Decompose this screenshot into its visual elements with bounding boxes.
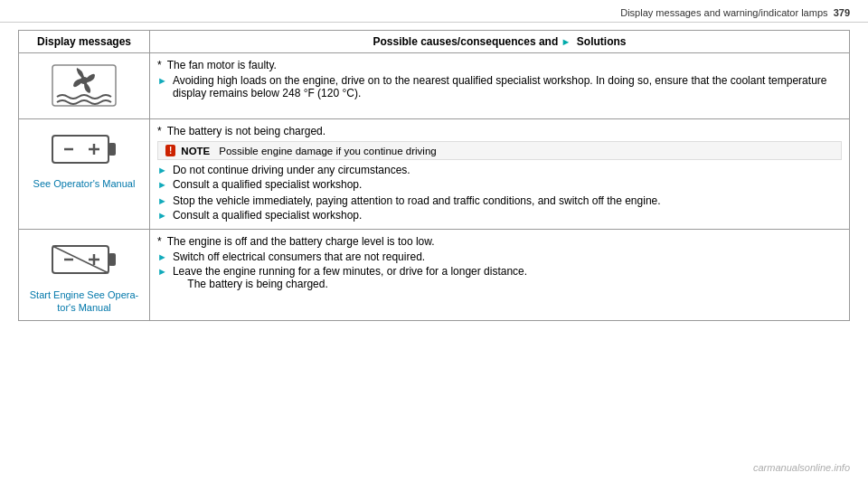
content-item: * The fan motor is faulty. [157,59,842,71]
watermark: carmanualsonline.info [753,462,850,473]
table-row: Start Engine See Opera-tor's Manual * Th… [19,230,850,321]
arrow-bullet: ► [157,165,167,175]
content-item: ► Do not continue driving under any circ… [157,164,842,176]
start-engine-link[interactable]: Start Engine See Opera-tor's Manual [24,288,144,315]
item-text: The engine is off and the battery charge… [167,235,435,248]
icon-cell-battery: See Operator's Manual [19,119,150,230]
item-text: The fan motor is faulty. [167,59,277,71]
svg-line-12 [52,246,108,273]
icon-cell-fan [19,53,150,119]
page-number: 379 [834,7,850,18]
svg-rect-8 [108,253,116,266]
header-arrow-icon: ► [561,36,571,47]
fan-warning-icon [48,61,120,110]
table-header-row: Display messages Possible causes/consequ… [19,31,850,53]
col-header-solutions: Possible causes/consequences and ► Solut… [150,31,850,53]
svg-rect-3 [108,143,116,156]
table-row: See Operator's Manual * The battery is n… [19,119,850,230]
note-icon: ! [165,145,175,156]
svg-rect-2 [52,136,108,163]
content-cell-battery: * The battery is not being charged. ! NO… [150,119,850,230]
battery-low-icon [48,237,120,282]
note-box: ! NOTE Possible engine damage if you con… [157,141,842,160]
item-text: Consult a qualified specialist workshop. [173,209,362,222]
content-item: ► Consult a qualified specialist worksho… [157,178,842,191]
arrow-bullet: ► [157,75,167,86]
page-header: Display messages and warning/indicator l… [0,0,868,23]
content-item: ► Stop the vehicle immediately, paying a… [157,194,842,207]
content-item: ► Switch off electrical consumers that a… [157,250,842,263]
table-row: * The fan motor is faulty. ► Avoiding hi… [19,53,850,119]
arrow-bullet: ► [157,179,167,190]
content-item: ► Consult a qualified specialist worksho… [157,209,842,222]
note-text: Possible engine damage if you continue d… [219,146,436,156]
arrow-bullet: ► [157,210,167,221]
star-bullet: * [157,235,162,248]
item-text: Leave the engine running for a few minut… [173,265,527,290]
star-bullet: * [157,59,162,71]
star-bullet: * [157,125,162,137]
content-item: ► Leave the engine running for a few min… [157,265,842,290]
item-text: Consult a qualified specialist workshop. [173,178,362,191]
col-header-display: Display messages [19,31,150,53]
item-text: The battery is not being charged. [167,125,326,137]
arrow-bullet: ► [157,195,167,206]
see-operators-manual-link[interactable]: See Operator's Manual [24,178,144,189]
item-text: Avoiding high loads on the engine, drive… [173,74,842,99]
content-item: ► Avoiding high loads on the engine, dri… [157,74,842,99]
content-item: * The engine is off and the battery char… [157,235,842,248]
display-messages-table: Display messages Possible causes/consequ… [18,30,850,321]
arrow-bullet: ► [157,266,167,277]
arrow-bullet: ► [157,251,167,262]
item-text: Do not continue driving under any circum… [173,164,410,176]
content-item: * The battery is not being charged. [157,125,842,137]
battery-warning-icon [48,127,120,172]
content-cell-fan: * The fan motor is faulty. ► Avoiding hi… [150,53,850,119]
content-cell-battery-low: * The engine is off and the battery char… [150,230,850,321]
item-text: Switch off electrical consumers that are… [173,250,425,263]
note-label: NOTE [181,146,210,156]
header-title: Display messages and warning/indicator l… [620,7,827,18]
icon-cell-battery-low: Start Engine See Opera-tor's Manual [19,230,150,321]
item-text: Stop the vehicle immediately, paying att… [173,194,661,207]
